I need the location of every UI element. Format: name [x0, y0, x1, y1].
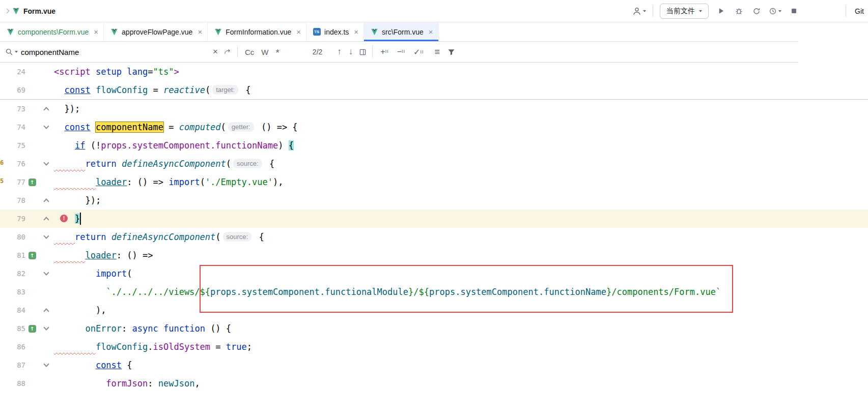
- run-configuration-button[interactable]: 当前文件: [660, 4, 709, 19]
- code-text[interactable]: const {: [54, 356, 132, 374]
- code-text[interactable]: `./../../../views/${props.systemComponen…: [54, 283, 721, 301]
- code-text[interactable]: });: [54, 191, 101, 210]
- search-icon[interactable]: [5, 46, 18, 58]
- tab-close-icon[interactable]: ×: [198, 27, 202, 36]
- line-number[interactable]: 78: [0, 191, 25, 210]
- code-line[interactable]: 80 return defineAsyncComponent(source: {: [0, 228, 868, 246]
- line-number[interactable]: 24: [0, 63, 25, 81]
- run-history-button[interactable]: [769, 6, 781, 17]
- code-text[interactable]: import(: [54, 264, 132, 283]
- debug-button[interactable]: [733, 6, 744, 17]
- code-text[interactable]: onError: async function () {: [54, 319, 231, 338]
- fold-down-icon[interactable]: [43, 324, 49, 330]
- editor-tab[interactable]: approveFlowPage.vue×: [104, 22, 208, 41]
- user-account-icon[interactable]: [632, 6, 646, 17]
- code-line[interactable]: 75 if (!props.systemComponent.functionNa…: [0, 136, 868, 155]
- code-text[interactable]: loader: () => import('./Empty.vue'),: [54, 173, 283, 191]
- implementation-gutter-icon[interactable]: ↑: [29, 252, 36, 259]
- line-number[interactable]: 80: [0, 228, 25, 246]
- implementation-gutter-icon[interactable]: ↑: [29, 178, 36, 186]
- fold-up-icon[interactable]: [43, 198, 49, 204]
- editor-tab[interactable]: components\Form.vue×: [0, 22, 104, 41]
- code-text[interactable]: });: [54, 100, 80, 118]
- fold-down-icon[interactable]: [43, 160, 49, 165]
- line-number[interactable]: 69: [0, 81, 25, 99]
- remove-occurrence-button[interactable]: −II: [393, 47, 409, 56]
- tab-close-icon[interactable]: ×: [354, 27, 358, 36]
- add-occurrence-button[interactable]: +II: [376, 47, 393, 56]
- newline-icon[interactable]: [221, 46, 234, 58]
- line-number[interactable]: 84: [0, 301, 25, 319]
- line-number[interactable]: 82: [0, 264, 25, 283]
- code-text[interactable]: flowConfig.isOldSystem = true;: [54, 338, 252, 356]
- code-line[interactable]: 87 const {: [0, 356, 868, 374]
- line-number[interactable]: 79: [0, 210, 25, 228]
- line-number[interactable]: 77: [0, 173, 25, 191]
- search-input[interactable]: [21, 48, 209, 56]
- code-line[interactable]: 88 formJson: newJson,: [0, 374, 868, 393]
- editor-tab[interactable]: FormInformation.vue×: [208, 22, 306, 41]
- run-button[interactable]: [715, 6, 726, 17]
- search-options-icon[interactable]: ≡: [431, 47, 443, 57]
- code-line[interactable]: 82 import(: [0, 264, 868, 283]
- fold-up-icon[interactable]: [43, 217, 49, 222]
- editor-tab[interactable]: src\Form.vue×: [364, 22, 438, 41]
- code-line[interactable]: 76 return defineAsyncComponent(source: {: [0, 155, 868, 173]
- code-text[interactable]: return defineAsyncComponent(source: {: [54, 155, 274, 173]
- clear-search-icon[interactable]: ×: [209, 47, 221, 57]
- code-text[interactable]: loader: () =>: [54, 246, 153, 264]
- regex-toggle[interactable]: *: [272, 47, 283, 58]
- tab-close-icon[interactable]: ×: [429, 27, 433, 36]
- line-number[interactable]: 75: [0, 136, 25, 155]
- line-number[interactable]: 88: [0, 374, 25, 393]
- previous-occurrence-button[interactable]: ↑: [333, 47, 345, 57]
- stop-button[interactable]: [788, 6, 799, 17]
- match-case-toggle[interactable]: Cc: [241, 48, 258, 56]
- code-line[interactable]: 24<script setup lang="ts">: [0, 63, 868, 81]
- editor-tab[interactable]: TSindex.ts×: [306, 22, 364, 41]
- rerun-coverage-button[interactable]: [751, 6, 762, 17]
- error-gutter-icon[interactable]: !: [60, 215, 68, 222]
- line-number[interactable]: 87: [0, 356, 25, 374]
- line-number[interactable]: 73: [0, 100, 25, 118]
- code-text[interactable]: formJson: newJson,: [54, 374, 200, 393]
- line-number[interactable]: 86: [0, 338, 25, 356]
- whole-words-toggle[interactable]: W: [258, 48, 272, 56]
- code-line[interactable]: 86 flowConfig.isOldSystem = true;: [0, 338, 868, 356]
- tab-close-icon[interactable]: ×: [94, 27, 98, 36]
- code-text[interactable]: return defineAsyncComponent(source: {: [54, 228, 264, 246]
- fold-down-icon[interactable]: [43, 123, 49, 129]
- line-number[interactable]: 74: [0, 118, 25, 136]
- code-text[interactable]: const flowConfig = reactive(target: {: [54, 81, 250, 99]
- tab-close-icon[interactable]: ×: [296, 27, 301, 36]
- code-line[interactable]: 83 `./../../../views/${props.systemCompo…: [0, 283, 868, 301]
- line-number[interactable]: 83: [0, 283, 25, 301]
- code-line[interactable]: 78 });: [0, 191, 868, 210]
- line-number[interactable]: 76: [0, 155, 25, 173]
- select-all-occurrences-button[interactable]: ✓II: [409, 47, 428, 57]
- code-text[interactable]: ),: [54, 301, 106, 319]
- code-line[interactable]: 73 });: [0, 100, 868, 118]
- line-number[interactable]: 81: [0, 246, 25, 264]
- next-occurrence-button[interactable]: ↓: [345, 47, 357, 57]
- git-toolwindow-button[interactable]: Git: [855, 7, 864, 15]
- fold-up-icon[interactable]: [43, 107, 49, 112]
- code-line[interactable]: 69 const flowConfig = reactive(target: {: [0, 81, 868, 99]
- code-text[interactable]: <script setup lang="ts">: [54, 63, 179, 81]
- implementation-gutter-icon[interactable]: ↑: [29, 325, 36, 333]
- code-line[interactable]: 85↑ onError: async function () {: [0, 319, 868, 338]
- code-line[interactable]: 77↑ loader: () => import('./Empty.vue'),: [0, 173, 868, 191]
- code-line[interactable]: 79 }!: [0, 210, 868, 228]
- breadcrumb-chevron-icon[interactable]: [5, 9, 10, 14]
- code-text[interactable]: if (!props.systemComponent.functionName)…: [54, 136, 294, 155]
- fold-up-icon[interactable]: [43, 308, 49, 314]
- code-line[interactable]: 81↑ loader: () =>: [0, 246, 868, 264]
- filter-search-icon[interactable]: [445, 46, 458, 58]
- code-line[interactable]: 84 ),: [0, 301, 868, 319]
- fold-down-icon[interactable]: [43, 233, 49, 239]
- open-in-tool-window-icon[interactable]: [356, 46, 369, 58]
- code-line[interactable]: 74 const componentName = computed(getter…: [0, 118, 868, 136]
- line-number[interactable]: 85: [0, 319, 25, 338]
- code-text[interactable]: const componentName = computed(getter: (…: [54, 118, 298, 136]
- fold-down-icon[interactable]: [43, 270, 49, 275]
